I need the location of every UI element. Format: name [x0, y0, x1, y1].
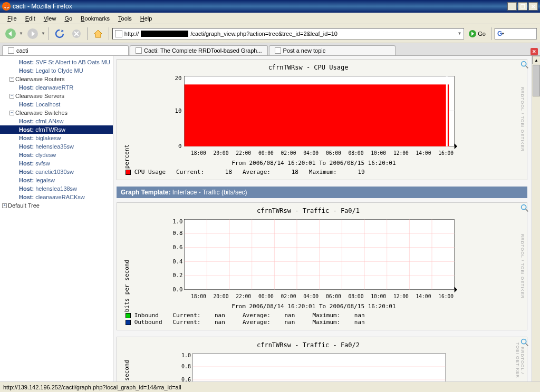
svg-text:08:00: 08:00: [349, 150, 364, 156]
svg-text:18:00: 18:00: [191, 150, 206, 156]
tree-host-canetic[interactable]: Host: canetic1030sw: [0, 168, 113, 176]
menu-go[interactable]: Go: [60, 14, 76, 23]
scroll-thumb[interactable]: [533, 65, 540, 96]
tree-host-svfsw[interactable]: Host: svfsw: [0, 159, 113, 168]
tree-host-cfrnlan[interactable]: Host: cfrnLANsw: [0, 117, 113, 125]
back-dropdown[interactable]: ▼: [19, 31, 23, 36]
svg-text:0.6: 0.6: [172, 244, 182, 251]
tab-cacti[interactable]: cacti: [2, 45, 129, 55]
tree-host-rtr[interactable]: Host: clearwaveRTR: [0, 83, 113, 92]
close-button[interactable]: ✕: [528, 2, 538, 11]
tree-host-biglake[interactable]: Host: biglakesw: [0, 134, 113, 142]
tree-host-helen35[interactable]: Host: helenslea35sw: [0, 142, 113, 151]
vertical-scrollbar[interactable]: ▲ ▼: [532, 56, 540, 392]
tree-host-rack[interactable]: Host: clearwaveRACKsw: [0, 193, 113, 201]
content-area: Host: SVF St Albert to AB Oats MU Host: …: [0, 56, 540, 392]
menu-file[interactable]: File: [3, 14, 21, 23]
graph-title: cfrnTWRsw - Traffic - Fa0/1: [121, 207, 495, 214]
svg-rect-61: [192, 354, 446, 384]
svg-text:10:00: 10:00: [371, 150, 386, 156]
zoom-icon[interactable]: [520, 60, 529, 70]
menu-bookmarks[interactable]: Bookmarks: [76, 14, 114, 23]
back-button[interactable]: [3, 26, 18, 41]
svg-text:00:00: 00:00: [258, 293, 274, 299]
svg-text:0.0: 0.0: [172, 286, 182, 293]
tab-cacti-docs[interactable]: Cacti: The Complete RRDTool-based Graph.…: [130, 45, 268, 55]
collapse-icon[interactable]: −: [9, 111, 14, 115]
time-range: From 2006/08/14 16:20:01 To 2006/08/15 1…: [132, 303, 495, 310]
tab-forum[interactable]: Post a new topic: [269, 45, 396, 55]
tree-sidebar: Host: SVF St Albert to AB Oats MU Host: …: [0, 56, 113, 392]
svg-text:12:00: 12:00: [393, 150, 409, 156]
url-prefix: http://: [124, 31, 139, 37]
home-button[interactable]: [91, 26, 105, 41]
url-dropdown[interactable]: ▼: [457, 31, 461, 36]
status-bar: http://139.142.196.252/cacti/graph.php?l…: [0, 381, 540, 392]
stop-button[interactable]: [69, 26, 84, 41]
tree-group-servers[interactable]: −Clearwave Servers: [0, 92, 113, 100]
svg-text:02:00: 02:00: [281, 150, 296, 156]
forward-dropdown[interactable]: ▼: [41, 31, 45, 36]
minimize-button[interactable]: _: [507, 2, 517, 11]
collapse-icon[interactable]: −: [9, 94, 14, 99]
menu-edit[interactable]: Edit: [21, 14, 40, 23]
svg-text:20: 20: [175, 75, 181, 82]
expand-icon[interactable]: +: [2, 203, 7, 208]
graph-legend: Inbound Current: nan Average: nan Maximu…: [121, 312, 495, 326]
rrdtool-credit: RRDTOOL / TOBI OETIKER: [518, 342, 525, 378]
tree-host-cfrntwr[interactable]: Host: cfrnTWRsw: [0, 125, 113, 134]
page-icon: [136, 47, 142, 54]
tab-close-button[interactable]: ✕: [531, 48, 538, 55]
svg-text:06:00: 06:00: [326, 293, 341, 299]
time-range: From 2006/08/14 16:20:01 To 2006/08/15 1…: [132, 160, 495, 166]
y-axis-label: r second: [121, 360, 132, 384]
graph-title: cfrnTWRsw - Traffic - Fa0/2: [121, 341, 495, 349]
navigation-toolbar: ▼ ▼ http://xxx ▼ Go G▾: [0, 24, 540, 43]
svg-text:08:00: 08:00: [349, 293, 364, 299]
google-icon: G: [497, 30, 502, 37]
svg-text:0.2: 0.2: [172, 272, 182, 279]
scroll-up-button[interactable]: ▲: [532, 56, 540, 64]
tree-group-routers[interactable]: −Clearwave Routers: [0, 75, 113, 83]
svg-line-60: [526, 209, 528, 212]
url-bar[interactable]: http://xxx ▼: [112, 28, 464, 40]
forward-button[interactable]: [25, 26, 40, 41]
tree-host-clyde[interactable]: Host: clydesw: [0, 151, 113, 159]
tree-host-localhost[interactable]: Host: Localhost: [0, 100, 113, 109]
svg-text:10:00: 10:00: [371, 293, 386, 299]
menu-view[interactable]: View: [40, 14, 61, 23]
traffic-chart-2: 0.60.81.0: [132, 351, 495, 384]
tree-host-helen138[interactable]: Host: helenslea138sw: [0, 184, 113, 193]
svg-text:1.0: 1.0: [181, 352, 191, 358]
tree-host-legalsw[interactable]: Host: legalsw: [0, 176, 113, 184]
tree-group-switches[interactable]: −Clearwave Switches: [0, 109, 113, 117]
go-button[interactable]: Go: [466, 28, 488, 39]
svg-text:04:00: 04:00: [303, 293, 319, 299]
menu-help[interactable]: Help: [136, 14, 157, 23]
menu-bar: File Edit View Go Bookmarks Tools Help: [0, 13, 540, 24]
svg-point-59: [522, 205, 526, 210]
tree-host-svf[interactable]: Host: SVF St Albert to AB Oats MU: [0, 58, 113, 66]
y-axis-label: percent: [121, 144, 132, 169]
zoom-icon[interactable]: [520, 203, 529, 213]
zoom-icon[interactable]: [520, 338, 529, 347]
page-icon: [8, 47, 14, 54]
template-header: Graph Template: Interface - Traffic (bit…: [117, 187, 527, 198]
tree-host-legal[interactable]: Host: Legal to Clyde MU: [0, 66, 113, 75]
graph-traffic-fa0-2: RRDTOOL / TOBI OETIKER cfrnTWRsw - Traff…: [117, 337, 527, 384]
svg-text:10: 10: [175, 107, 181, 114]
svg-text:22:00: 22:00: [236, 150, 251, 156]
menu-tools[interactable]: Tools: [114, 14, 136, 23]
url-input[interactable]: [190, 31, 455, 37]
search-box[interactable]: G▾: [495, 28, 537, 40]
svg-text:20:00: 20:00: [214, 293, 229, 299]
status-text: http://139.142.196.252/cacti/graph.php?l…: [3, 384, 181, 390]
reload-button[interactable]: [52, 26, 67, 41]
restore-button[interactable]: ❐: [518, 2, 527, 11]
collapse-icon[interactable]: −: [9, 77, 14, 82]
svg-text:12:00: 12:00: [393, 293, 409, 299]
graph-cpu-usage: RRDTOOL / TOBI OETIKER cfrnTWRsw - CPU U…: [117, 59, 527, 180]
svg-text:0: 0: [178, 143, 181, 150]
tree-group-default[interactable]: +Default Tree: [0, 201, 113, 210]
svg-point-23: [522, 62, 526, 66]
